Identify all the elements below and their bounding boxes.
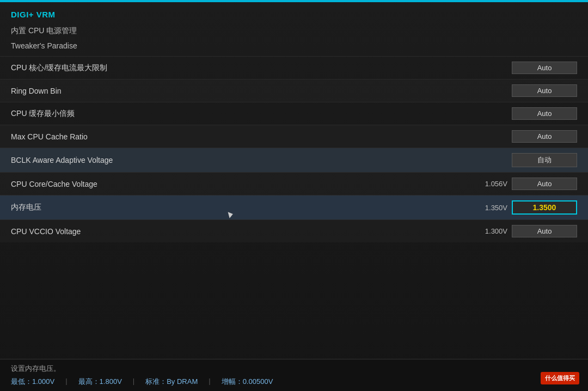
row-value-group: Auto — [475, 62, 577, 74]
row-cpu-cache-min-ratio[interactable]: CPU 缓存最小倍频 Auto — [0, 102, 588, 125]
row-value-group: 1.056V Auto — [475, 178, 577, 190]
range-separator-1: | — [65, 377, 67, 387]
row-ring-down-bin[interactable]: Ring Down Bin Auto — [0, 79, 588, 102]
bios-screen: DIGI+ VRM 内置 CPU 电源管理 Tweaker's Paradise… — [0, 0, 588, 391]
content-area: DIGI+ VRM 内置 CPU 电源管理 Tweaker's Paradise… — [0, 0, 588, 391]
row-label: CPU 缓存最小倍频 — [11, 109, 475, 119]
watermark: 什么值得买 — [541, 372, 579, 384]
row-dropdown[interactable]: Auto — [512, 84, 577, 97]
status-range: 最低：1.000V | 最高：1.800V | 标准：By DRAM | 增幅：… — [11, 377, 577, 387]
row-label: CPU 核心/缓存电流最大限制 — [11, 63, 475, 73]
row-dropdown[interactable]: Auto — [512, 130, 577, 143]
row-dropdown-active[interactable]: 1.3500 — [512, 200, 577, 215]
row-label: 内存电压 — [11, 203, 475, 212]
row-cpu-core-cache-current-limit[interactable]: CPU 核心/缓存电流最大限制 Auto — [0, 56, 588, 79]
row-bclk-adaptive-voltage[interactable]: BCLK Aware Adaptive Voltage 自动 — [0, 148, 588, 172]
row-dropdown[interactable]: Auto — [512, 107, 577, 120]
row-value-group: Auto — [475, 107, 577, 120]
row-value-group: 1.350V 1.3500 — [475, 200, 577, 215]
row-dropdown[interactable]: Auto — [512, 62, 577, 74]
row-memory-voltage[interactable]: 内存电压 1.350V 1.3500 — [0, 195, 588, 219]
row-value-group: Auto — [475, 130, 577, 143]
range-separator-2: | — [133, 377, 134, 387]
section-vrm-header: DIGI+ VRM — [0, 5, 588, 23]
row-cpu-core-cache-voltage[interactable]: CPU Core/Cache Voltage 1.056V Auto — [0, 172, 588, 195]
row-max-cpu-cache-ratio[interactable]: Max CPU Cache Ratio Auto — [0, 125, 588, 148]
row-label: CPU VCCIO Voltage — [11, 227, 475, 236]
range-increment: 增幅：0.00500V — [222, 377, 273, 387]
row-current-value: 1.056V — [475, 180, 507, 188]
range-separator-3: | — [209, 377, 210, 387]
range-max: 最高：1.800V — [78, 377, 122, 387]
row-label: Ring Down Bin — [11, 87, 475, 95]
section-tweaker-header: Tweaker's Paradise — [0, 39, 588, 53]
status-description: 设置内存电压。 — [11, 364, 577, 374]
range-min: 最低：1.000V — [11, 377, 54, 387]
row-dropdown[interactable]: Auto — [512, 225, 577, 237]
row-value-group: 1.300V Auto — [475, 225, 577, 237]
row-label: BCLK Aware Adaptive Voltage — [11, 156, 475, 164]
row-current-value: 1.350V — [475, 204, 507, 212]
row-label: CPU Core/Cache Voltage — [11, 180, 475, 188]
row-value-group: Auto — [475, 84, 577, 97]
section-cpu-power-header: 内置 CPU 电源管理 — [0, 23, 588, 39]
row-dropdown[interactable]: 自动 — [512, 153, 577, 167]
row-cpu-vccio-voltage[interactable]: CPU VCCIO Voltage 1.300V Auto — [0, 219, 588, 242]
top-accent-bar — [0, 0, 588, 2]
range-standard: 标准：By DRAM — [145, 377, 198, 387]
row-current-value: 1.300V — [475, 227, 507, 235]
status-bar: 设置内存电压。 最低：1.000V | 最高：1.800V | 标准：By DR… — [0, 359, 588, 391]
row-value-group: 自动 — [475, 153, 577, 167]
row-dropdown[interactable]: Auto — [512, 178, 577, 190]
row-label: Max CPU Cache Ratio — [11, 132, 475, 141]
